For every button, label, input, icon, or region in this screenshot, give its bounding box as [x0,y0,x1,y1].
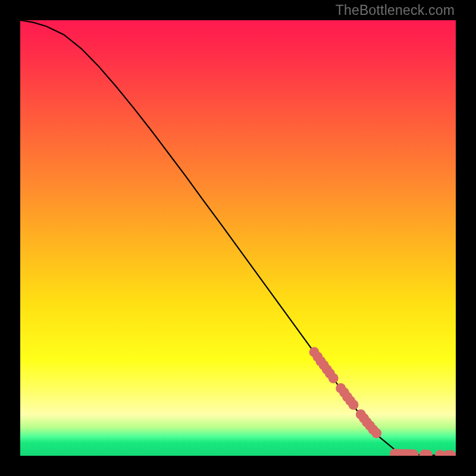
plot-area [20,20,456,456]
highlight-point [348,400,358,410]
chart-svg-layer [20,20,456,456]
highlight-point [328,373,339,383]
highlight-point [371,428,381,438]
bottleneck-curve-line [20,20,456,456]
chart-stage: TheBottleneck.com [0,0,476,476]
watermark-text: TheBottleneck.com [336,2,455,18]
